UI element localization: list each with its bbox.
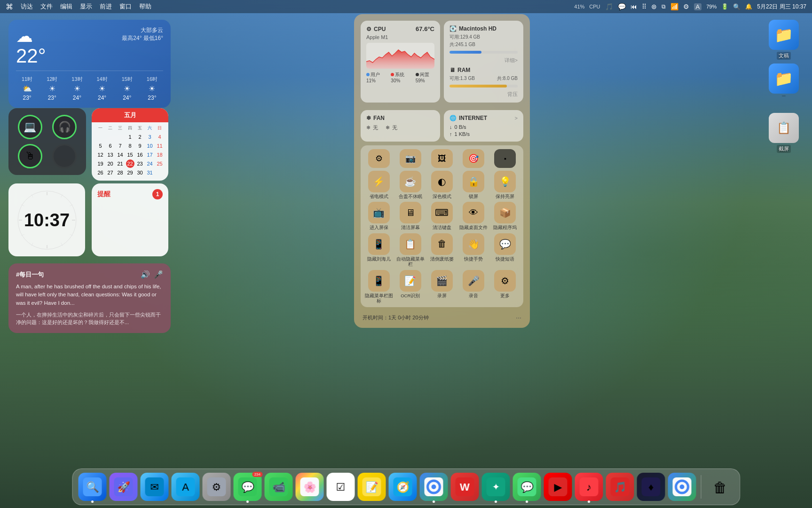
internet-arrow[interactable]: > bbox=[515, 115, 518, 121]
hide-notch-icon[interactable]: 📱 bbox=[368, 233, 390, 255]
desktop-icon-folder2[interactable]: 📁 bbox=[765, 64, 803, 96]
menu-finder[interactable]: 访达 bbox=[21, 2, 33, 11]
action-settings-icon[interactable]: ⚙ bbox=[368, 149, 390, 168]
media-icon[interactable]: ⏮ bbox=[631, 3, 637, 10]
quick-phrases-icon[interactable]: 💬 bbox=[494, 233, 516, 255]
dock-wps[interactable]: W bbox=[450, 473, 479, 501]
dock-launchpad[interactable]: 🚀 bbox=[109, 473, 137, 501]
action-camera-icon[interactable]: 📷 bbox=[400, 149, 421, 168]
menu-help[interactable]: 帮助 bbox=[139, 2, 151, 11]
dark-mode-icon[interactable]: ◐ bbox=[431, 171, 453, 192]
action-hide-notch[interactable]: 📱 隐藏刘海儿 bbox=[364, 233, 393, 267]
wechat-menu-icon[interactable]: 💬 bbox=[618, 3, 626, 10]
input-method-icon[interactable]: A bbox=[694, 3, 702, 10]
action-screensaver[interactable]: 📺 进入屏保 bbox=[364, 202, 393, 230]
dock-reminders[interactable]: ☑ bbox=[326, 473, 355, 501]
bluetooth-icon[interactable]: ⊛ bbox=[651, 3, 657, 10]
desktop-icon-screenshot[interactable]: 📋 截屏 bbox=[765, 113, 803, 153]
action-empty-trash[interactable]: 🗑 清倒废纸篓 bbox=[427, 233, 456, 267]
action-photo-icon[interactable]: 🖼 bbox=[431, 149, 453, 168]
action-quick-phrases[interactable]: 💬 快捷短语 bbox=[491, 233, 520, 267]
dock-chrome2[interactable] bbox=[668, 473, 696, 501]
power-save-icon[interactable]: ⚡ bbox=[368, 171, 390, 192]
notification-icon[interactable]: 🔔 bbox=[745, 3, 752, 10]
action-record-audio[interactable]: 🎤 录音 bbox=[459, 270, 488, 304]
ocr-icon[interactable]: 📝 bbox=[400, 270, 421, 292]
storage-detail-link[interactable]: 详细> bbox=[449, 56, 518, 64]
screen-mirror-icon[interactable]: ⧉ bbox=[662, 3, 666, 10]
dock-davinci[interactable]: ♦ bbox=[637, 473, 665, 501]
dock-trash[interactable]: 🗑 bbox=[706, 473, 734, 501]
action-monitor-icon[interactable]: ▪ bbox=[494, 149, 516, 168]
action-hide-menu-icons[interactable]: 📱 隐藏菜单栏图标 bbox=[364, 270, 393, 304]
action-screen-record[interactable]: 🎬 录屏 bbox=[427, 270, 456, 304]
dock-appstore[interactable]: A bbox=[171, 473, 199, 501]
action-settings[interactable]: ⚙ bbox=[364, 149, 393, 168]
keep-bright-icon[interactable]: 💡 bbox=[494, 171, 516, 192]
empty-trash-icon[interactable]: 🗑 bbox=[431, 233, 453, 255]
auto-hide-menu-icon[interactable]: 📋 bbox=[400, 233, 421, 255]
dock-photos[interactable]: 🌸 bbox=[295, 473, 323, 501]
dock-wechat[interactable]: 💬 bbox=[512, 473, 541, 501]
action-no-sleep[interactable]: ☕ 合盖不休眠 bbox=[396, 171, 425, 199]
dock-music[interactable]: ♪ bbox=[575, 473, 603, 501]
action-hide-desktop[interactable]: 👁 隐藏桌面文件 bbox=[459, 202, 488, 230]
menu-grid-icon[interactable]: ⠿ bbox=[642, 3, 646, 10]
hide-desktop-icon[interactable]: 👁 bbox=[463, 202, 484, 223]
action-auto-hide-menu[interactable]: 📋 自动隐藏菜单栏 bbox=[396, 233, 425, 267]
dock-netease[interactable]: 🎵 bbox=[606, 473, 634, 501]
action-clean-screen[interactable]: 🖥 清洁屏幕 bbox=[396, 202, 425, 230]
menu-window[interactable]: 窗口 bbox=[119, 2, 132, 11]
action-gestures[interactable]: 👋 快捷手势 bbox=[459, 233, 488, 267]
record-audio-icon[interactable]: 🎤 bbox=[463, 270, 484, 292]
clean-keyboard-icon[interactable]: ⌨ bbox=[431, 202, 453, 223]
hide-menu-icons-icon[interactable]: 📱 bbox=[368, 270, 390, 292]
action-hide-dock[interactable]: 📦 隐藏程序坞 bbox=[491, 202, 520, 230]
dock-finder[interactable]: 🔍 bbox=[78, 473, 106, 501]
screen-record-icon[interactable]: 🎬 bbox=[431, 270, 453, 292]
action-target[interactable]: 🎯 bbox=[459, 149, 488, 168]
dock-mail[interactable]: ✉ bbox=[140, 473, 168, 501]
ram-action[interactable]: 背压 bbox=[449, 89, 518, 98]
dock-safari[interactable]: 🧭 bbox=[388, 473, 417, 501]
desktop-icon-folder1[interactable]: 📁 文稿 bbox=[765, 20, 803, 60]
action-camera[interactable]: 📷 bbox=[396, 149, 425, 168]
action-more[interactable]: ⚙ 更多 bbox=[491, 270, 520, 304]
no-sleep-icon[interactable]: ☕ bbox=[400, 171, 421, 192]
dock-youtube[interactable]: ▶ bbox=[544, 473, 572, 501]
action-monitor[interactable]: ▪ bbox=[491, 149, 520, 168]
dock-chrome[interactable] bbox=[419, 473, 448, 501]
action-power-save[interactable]: ⚡ 省电模式 bbox=[364, 171, 393, 199]
dock-messages[interactable]: 💬 234 bbox=[233, 473, 261, 501]
search-icon[interactable]: 🔍 bbox=[733, 3, 741, 10]
dock-notes[interactable]: 📝 bbox=[357, 473, 386, 501]
action-dark-mode[interactable]: ◐ 深色模式 bbox=[427, 171, 456, 199]
lock-icon[interactable]: 🔒 bbox=[463, 171, 484, 192]
dock-chatgpt[interactable]: ✦ bbox=[481, 473, 510, 501]
more-icon[interactable]: ⚙ bbox=[494, 270, 516, 292]
menu-file[interactable]: 文件 bbox=[40, 2, 53, 11]
quote-controls[interactable]: 🔊 🎤 bbox=[141, 270, 163, 279]
hide-dock-icon[interactable]: 📦 bbox=[494, 202, 516, 223]
action-target-icon[interactable]: 🎯 bbox=[463, 149, 484, 168]
shazam-icon[interactable]: 🎵 bbox=[605, 3, 613, 10]
dock-facetime[interactable]: 📹 bbox=[264, 473, 292, 501]
wifi-icon[interactable]: 📶 bbox=[670, 3, 678, 10]
action-lock[interactable]: 🔒 锁屏 bbox=[459, 171, 488, 199]
action-keep-bright[interactable]: 💡 保持亮屏 bbox=[491, 171, 520, 199]
menu-go[interactable]: 前进 bbox=[100, 2, 112, 11]
speaker-icon[interactable]: 🔊 bbox=[141, 270, 150, 279]
control-center-icon[interactable]: ⚙ bbox=[683, 3, 689, 10]
action-photo[interactable]: 🖼 bbox=[427, 149, 456, 168]
action-clean-keyboard[interactable]: ⌨ 清洁键盘 bbox=[427, 202, 456, 230]
screensaver-icon[interactable]: 📺 bbox=[368, 202, 390, 223]
menu-edit[interactable]: 编辑 bbox=[60, 2, 72, 11]
microphone-icon[interactable]: 🎤 bbox=[154, 270, 163, 279]
apple-logo[interactable]: ⌘ bbox=[6, 2, 13, 11]
gestures-icon[interactable]: 👋 bbox=[463, 233, 484, 255]
more-options-button[interactable]: ··· bbox=[516, 314, 521, 321]
clean-screen-icon[interactable]: 🖥 bbox=[400, 202, 421, 223]
dock-settings[interactable]: ⚙ bbox=[202, 473, 230, 501]
menu-view[interactable]: 显示 bbox=[80, 2, 92, 11]
action-ocr[interactable]: 📝 OCR识别 bbox=[396, 270, 425, 304]
